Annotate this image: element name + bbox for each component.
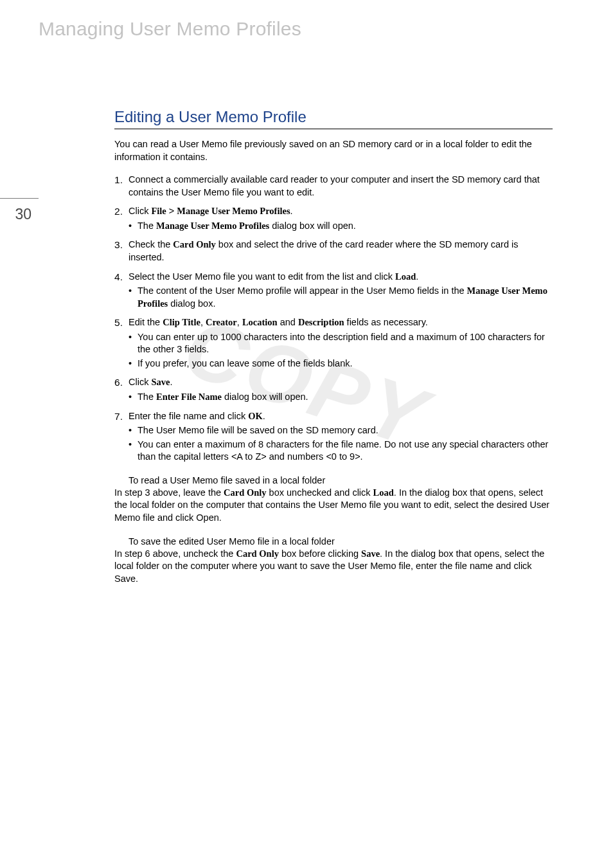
step-7-bullets: The User Memo file will be saved on the … [129, 424, 553, 464]
step-7-bullet-1: The User Memo file will be saved on the … [129, 424, 553, 437]
step-2-menu: Manage User Memo Profiles [177, 206, 290, 216]
step-1-text: Connect a commercially available card re… [129, 174, 540, 197]
step-4c: . [416, 271, 418, 282]
step-2-dot: . [290, 206, 293, 216]
step-2-sep: > [166, 206, 177, 216]
page-header: Managing User Memo Profiles [39, 18, 301, 40]
sub1c: box unchecked and click [267, 487, 373, 498]
step-5c: , [200, 317, 206, 327]
step-5d: Creator [206, 317, 237, 327]
para-save-local: In step 6 above, uncheck the Card Only b… [114, 548, 553, 586]
step-5-bullets: You can enter up to 1000 characters into… [129, 331, 553, 370]
step-2-b1b: Manage User Memo Profiles [156, 221, 269, 231]
step-4a: Select the User Memo file you want to ed… [129, 271, 395, 282]
sub1a: In step 3 above, leave the [114, 487, 224, 498]
step-6: Click Save. The Enter File Name dialog b… [114, 376, 553, 403]
intro-paragraph: You can read a User Memo file previously… [114, 138, 553, 163]
sub2c: box before clicking [279, 548, 361, 559]
step-4-b1a: The content of the User Memo profile wil… [138, 285, 467, 296]
step-6c: . [170, 377, 172, 387]
sub2d: Save [361, 548, 380, 559]
step-3b: Card Only [173, 239, 215, 249]
step-5h: Description [298, 317, 344, 327]
content-area: Editing a User Memo Profile You can read… [114, 108, 553, 588]
page-number: 30 [15, 206, 31, 223]
step-7c: . [263, 411, 265, 421]
step-7-bullet-2: You can enter a maximum of 8 characters … [129, 439, 553, 464]
sub1b: Card Only [224, 487, 266, 498]
step-2-file: File [151, 206, 166, 216]
sub1d: Load [373, 487, 394, 498]
step-7b: OK [248, 411, 263, 421]
step-6b: Save [151, 377, 170, 387]
step-3a: Check the [129, 239, 173, 249]
subhead-read-local: To read a User Memo file saved in a loca… [129, 475, 553, 485]
subhead-save-local: To save the edited User Memo file in a l… [129, 536, 553, 547]
step-4b: Load [395, 271, 416, 282]
step-5f: Location [242, 317, 278, 327]
step-5e: , [237, 317, 242, 327]
step-4-b1c: dialog box. [168, 298, 215, 309]
step-6-b1c: dialog box will open. [222, 392, 308, 402]
step-5: Edit the Clip Title, Creator, Location a… [114, 316, 553, 370]
step-3: Check the Card Only box and select the d… [114, 239, 553, 264]
step-6-b1b: Enter File Name [156, 392, 222, 402]
step-2-bullet-1: The Manage User Memo Profiles dialog box… [129, 220, 553, 233]
step-7a: Enter the file name and click [129, 411, 248, 421]
step-2: Click File > Manage User Memo Profiles. … [114, 205, 553, 232]
step-2-b1c: dialog box will open. [269, 221, 356, 231]
step-2-bullets: The Manage User Memo Profiles dialog box… [129, 220, 553, 233]
page-number-rule [0, 198, 39, 199]
step-5g: and [278, 317, 298, 327]
step-2-text-a: Click [129, 206, 151, 216]
step-5a: Edit the [129, 317, 163, 327]
sub2b: Card Only [236, 548, 278, 559]
sub2a: In step 6 above, uncheck the [114, 548, 236, 559]
step-5b: Clip Title [163, 317, 200, 327]
step-4-bullet-1: The content of the User Memo profile wil… [129, 285, 553, 310]
step-4: Select the User Memo file you want to ed… [114, 271, 553, 311]
steps-list: Connect a commercially available card re… [114, 174, 553, 464]
step-5-bullet-1: You can enter up to 1000 characters into… [129, 331, 553, 356]
step-1: Connect a commercially available card re… [114, 174, 553, 199]
step-5-bullet-2: If you prefer, you can leave some of the… [129, 357, 553, 370]
step-7: Enter the file name and click OK. The Us… [114, 410, 553, 464]
step-5i: fields as necessary. [344, 317, 428, 327]
step-6-bullet-1: The Enter File Name dialog box will open… [129, 391, 553, 404]
step-6-b1a: The [138, 392, 156, 402]
step-2-b1a: The [138, 221, 156, 231]
para-read-local: In step 3 above, leave the Card Only box… [114, 487, 553, 525]
step-6a: Click [129, 377, 151, 387]
step-4-bullets: The content of the User Memo profile wil… [129, 285, 553, 310]
step-6-bullets: The Enter File Name dialog box will open… [129, 391, 553, 404]
section-title: Editing a User Memo Profile [114, 108, 553, 129]
